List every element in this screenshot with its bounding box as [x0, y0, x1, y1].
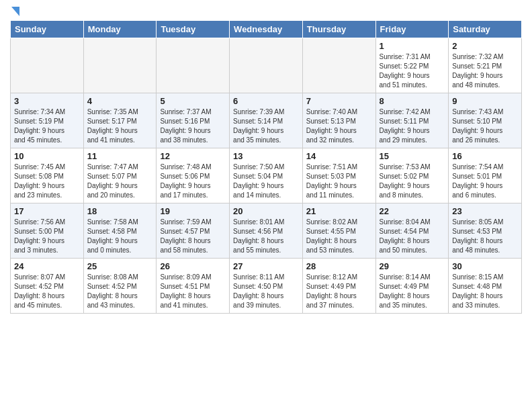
calendar-cell	[11, 38, 84, 93]
day-number: 7	[306, 96, 372, 106]
day-number: 19	[160, 206, 226, 216]
col-header-monday: Monday	[83, 21, 157, 38]
calendar-cell: 7Sunrise: 7:40 AM Sunset: 5:13 PM Daylig…	[302, 93, 375, 148]
calendar-cell: 25Sunrise: 8:08 AM Sunset: 4:52 PM Dayli…	[83, 259, 157, 314]
calendar-cell: 2Sunrise: 7:32 AM Sunset: 5:21 PM Daylig…	[449, 38, 522, 93]
calendar-cell: 9Sunrise: 7:43 AM Sunset: 5:10 PM Daylig…	[449, 93, 522, 148]
logo	[10, 7, 19, 15]
day-info: Sunrise: 7:56 AM Sunset: 5:00 PM Dayligh…	[14, 218, 80, 255]
calendar-cell: 26Sunrise: 8:09 AM Sunset: 4:51 PM Dayli…	[157, 259, 230, 314]
day-number: 9	[452, 96, 518, 106]
calendar-cell: 10Sunrise: 7:45 AM Sunset: 5:08 PM Dayli…	[11, 148, 84, 203]
day-number: 4	[87, 96, 153, 106]
calendar-cell: 13Sunrise: 7:50 AM Sunset: 5:04 PM Dayli…	[230, 148, 303, 203]
day-number: 17	[14, 206, 80, 216]
calendar-cell: 14Sunrise: 7:51 AM Sunset: 5:03 PM Dayli…	[302, 148, 375, 203]
day-info: Sunrise: 8:15 AM Sunset: 4:48 PM Dayligh…	[452, 273, 518, 310]
day-info: Sunrise: 7:47 AM Sunset: 5:07 PM Dayligh…	[87, 163, 153, 200]
day-number: 3	[14, 96, 80, 106]
calendar-cell	[302, 38, 375, 93]
calendar-cell: 6Sunrise: 7:39 AM Sunset: 5:14 PM Daylig…	[230, 93, 303, 148]
calendar-cell: 20Sunrise: 8:01 AM Sunset: 4:56 PM Dayli…	[230, 203, 303, 259]
calendar-cell: 8Sunrise: 7:42 AM Sunset: 5:11 PM Daylig…	[375, 93, 449, 148]
day-info: Sunrise: 8:14 AM Sunset: 4:49 PM Dayligh…	[380, 273, 445, 310]
day-info: Sunrise: 8:12 AM Sunset: 4:49 PM Dayligh…	[306, 273, 372, 310]
calendar-cell	[230, 38, 303, 93]
day-number: 21	[306, 206, 372, 216]
day-info: Sunrise: 7:42 AM Sunset: 5:11 PM Dayligh…	[380, 107, 445, 145]
day-info: Sunrise: 8:07 AM Sunset: 4:52 PM Dayligh…	[14, 273, 80, 310]
day-info: Sunrise: 8:05 AM Sunset: 4:53 PM Dayligh…	[452, 218, 518, 255]
day-info: Sunrise: 8:11 AM Sunset: 4:50 PM Dayligh…	[233, 273, 299, 310]
calendar-cell: 19Sunrise: 7:59 AM Sunset: 4:57 PM Dayli…	[157, 203, 230, 259]
day-number: 22	[380, 206, 445, 216]
calendar-cell: 16Sunrise: 7:54 AM Sunset: 5:01 PM Dayli…	[449, 148, 522, 203]
day-number: 5	[160, 96, 226, 106]
day-info: Sunrise: 7:45 AM Sunset: 5:08 PM Dayligh…	[14, 163, 80, 200]
day-info: Sunrise: 7:48 AM Sunset: 5:06 PM Dayligh…	[160, 163, 226, 200]
day-info: Sunrise: 7:40 AM Sunset: 5:13 PM Dayligh…	[306, 107, 372, 145]
day-number: 12	[160, 151, 226, 161]
calendar-cell: 5Sunrise: 7:37 AM Sunset: 5:16 PM Daylig…	[157, 93, 230, 148]
day-number: 16	[452, 151, 518, 161]
calendar-cell: 22Sunrise: 8:04 AM Sunset: 4:54 PM Dayli…	[375, 203, 449, 259]
day-info: Sunrise: 7:59 AM Sunset: 4:57 PM Dayligh…	[160, 218, 226, 255]
col-header-wednesday: Wednesday	[230, 21, 303, 38]
day-number: 13	[233, 151, 299, 161]
day-number: 6	[233, 96, 299, 106]
col-header-thursday: Thursday	[302, 21, 375, 38]
col-header-saturday: Saturday	[449, 21, 522, 38]
day-number: 8	[380, 96, 445, 106]
calendar-cell: 11Sunrise: 7:47 AM Sunset: 5:07 PM Dayli…	[83, 148, 157, 203]
day-info: Sunrise: 7:54 AM Sunset: 5:01 PM Dayligh…	[452, 163, 518, 200]
day-info: Sunrise: 8:01 AM Sunset: 4:56 PM Dayligh…	[233, 218, 299, 255]
day-number: 1	[380, 41, 445, 51]
calendar-cell: 21Sunrise: 8:02 AM Sunset: 4:55 PM Dayli…	[302, 203, 375, 259]
calendar-table: SundayMondayTuesdayWednesdayThursdayFrid…	[10, 20, 522, 314]
day-number: 30	[452, 261, 518, 271]
calendar-cell: 23Sunrise: 8:05 AM Sunset: 4:53 PM Dayli…	[449, 203, 522, 259]
calendar-cell	[83, 38, 157, 93]
calendar-cell: 18Sunrise: 7:58 AM Sunset: 4:58 PM Dayli…	[83, 203, 157, 259]
day-number: 2	[452, 41, 518, 51]
calendar-cell: 17Sunrise: 7:56 AM Sunset: 5:00 PM Dayli…	[11, 203, 84, 259]
col-header-sunday: Sunday	[11, 21, 84, 38]
col-header-friday: Friday	[375, 21, 449, 38]
calendar-cell: 15Sunrise: 7:53 AM Sunset: 5:02 PM Dayli…	[375, 148, 449, 203]
calendar-cell: 1Sunrise: 7:31 AM Sunset: 5:22 PM Daylig…	[375, 38, 449, 93]
day-number: 27	[233, 261, 299, 271]
day-number: 11	[87, 151, 153, 161]
day-info: Sunrise: 7:35 AM Sunset: 5:17 PM Dayligh…	[87, 107, 153, 145]
day-info: Sunrise: 7:51 AM Sunset: 5:03 PM Dayligh…	[306, 163, 372, 200]
calendar-cell: 12Sunrise: 7:48 AM Sunset: 5:06 PM Dayli…	[157, 148, 230, 203]
day-info: Sunrise: 7:50 AM Sunset: 5:04 PM Dayligh…	[233, 163, 299, 200]
day-info: Sunrise: 7:32 AM Sunset: 5:21 PM Dayligh…	[452, 52, 518, 90]
day-number: 28	[306, 261, 372, 271]
day-info: Sunrise: 7:37 AM Sunset: 5:16 PM Dayligh…	[160, 107, 226, 145]
page-header	[10, 7, 522, 15]
calendar-cell: 28Sunrise: 8:12 AM Sunset: 4:49 PM Dayli…	[302, 259, 375, 314]
calendar-cell: 4Sunrise: 7:35 AM Sunset: 5:17 PM Daylig…	[83, 93, 157, 148]
calendar-cell: 3Sunrise: 7:34 AM Sunset: 5:19 PM Daylig…	[11, 93, 84, 148]
day-number: 15	[380, 151, 445, 161]
day-number: 24	[14, 261, 80, 271]
day-info: Sunrise: 7:43 AM Sunset: 5:10 PM Dayligh…	[452, 107, 518, 145]
calendar-cell: 27Sunrise: 8:11 AM Sunset: 4:50 PM Dayli…	[230, 259, 303, 314]
day-info: Sunrise: 8:02 AM Sunset: 4:55 PM Dayligh…	[306, 218, 372, 255]
calendar-cell: 30Sunrise: 8:15 AM Sunset: 4:48 PM Dayli…	[449, 259, 522, 314]
day-number: 10	[14, 151, 80, 161]
day-number: 14	[306, 151, 372, 161]
calendar-cell	[157, 38, 230, 93]
calendar-cell: 29Sunrise: 8:14 AM Sunset: 4:49 PM Dayli…	[375, 259, 449, 314]
calendar-cell: 24Sunrise: 8:07 AM Sunset: 4:52 PM Dayli…	[11, 259, 84, 314]
day-number: 18	[87, 206, 153, 216]
day-info: Sunrise: 7:34 AM Sunset: 5:19 PM Dayligh…	[14, 107, 80, 145]
day-number: 23	[452, 206, 518, 216]
day-info: Sunrise: 7:31 AM Sunset: 5:22 PM Dayligh…	[380, 52, 445, 90]
day-number: 26	[160, 261, 226, 271]
day-info: Sunrise: 8:04 AM Sunset: 4:54 PM Dayligh…	[380, 218, 445, 255]
day-number: 29	[380, 261, 445, 271]
day-number: 25	[87, 261, 153, 271]
day-info: Sunrise: 7:39 AM Sunset: 5:14 PM Dayligh…	[233, 107, 299, 145]
day-info: Sunrise: 8:08 AM Sunset: 4:52 PM Dayligh…	[87, 273, 153, 310]
